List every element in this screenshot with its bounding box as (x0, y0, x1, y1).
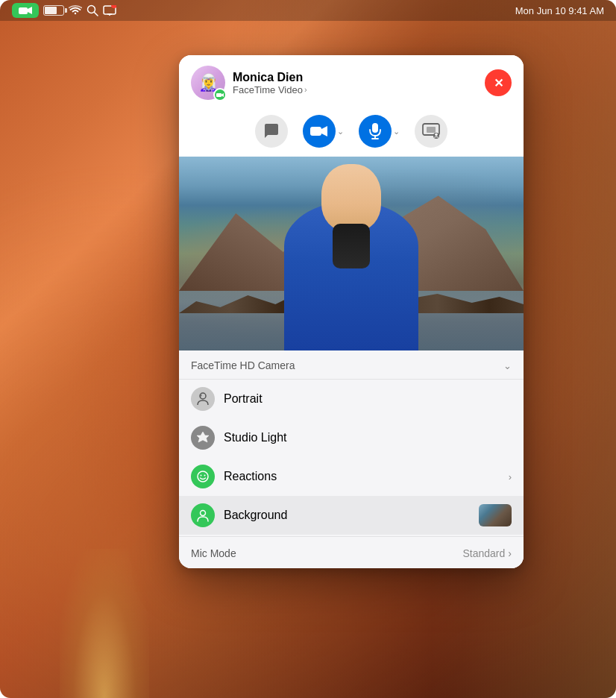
caller-type-chevron: › (304, 85, 307, 94)
display-icon[interactable] (103, 5, 116, 16)
svg-point-22 (201, 475, 202, 477)
reactions-icon (191, 465, 215, 488)
caller-info: 🧝‍♀️ Monica Dien FaceTime Video › (191, 66, 307, 100)
close-button[interactable]: ✕ (485, 69, 512, 96)
reactions-chevron-icon: › (509, 471, 512, 482)
mic-mode-label: Mic Mode (191, 547, 236, 559)
svg-marker-11 (321, 126, 327, 136)
caller-type[interactable]: FaceTime Video › (233, 84, 307, 95)
search-icon[interactable] (87, 4, 98, 16)
mic-button-group[interactable]: ⌄ (359, 115, 400, 148)
facetime-window: 🧝‍♀️ Monica Dien FaceTime Video › ✕ (179, 55, 524, 568)
camera-chevron-icon: ⌄ (503, 360, 512, 371)
background-thumbnail (479, 504, 512, 526)
menubar: Mon Jun 10 9:41 AM (0, 0, 616, 21)
menubar-datetime: Mon Jun 10 9:41 AM (515, 5, 604, 16)
video-preview (179, 157, 524, 350)
background-menu-item[interactable]: Background (179, 496, 524, 535)
mic-mode-value-area: Standard › (463, 547, 512, 559)
video-chevron-icon[interactable]: ⌄ (337, 127, 344, 136)
svg-rect-10 (310, 127, 321, 136)
camera-name: FaceTime HD Camera (191, 359, 295, 371)
background-label: Background (224, 509, 470, 522)
camera-dropdown-menu: FaceTime HD Camera ⌄ f Portrait Studio L… (179, 350, 524, 568)
camera-header[interactable]: FaceTime HD Camera ⌄ (179, 350, 524, 380)
portrait-icon: f (191, 387, 215, 411)
screen-share-icon-circle (415, 115, 447, 148)
mic-button[interactable] (359, 115, 392, 148)
person-body (284, 201, 418, 350)
background-icon (191, 503, 215, 527)
battery-fill (45, 7, 57, 14)
mic-mode-value: Standard (463, 547, 506, 559)
mic-mode-row[interactable]: Mic Mode Standard › (179, 538, 524, 568)
portrait-menu-item[interactable]: f Portrait (179, 380, 524, 418)
video-button[interactable] (303, 115, 336, 148)
studio-light-menu-item[interactable]: Studio Light (179, 418, 524, 457)
svg-point-21 (198, 471, 208, 482)
svg-marker-9 (221, 93, 224, 97)
person-figure (269, 179, 433, 350)
facetime-menubar-icon[interactable] (12, 3, 39, 18)
svg-point-7 (111, 5, 116, 8)
video-camera-icon (19, 6, 32, 15)
menubar-left (12, 3, 116, 18)
mic-chevron-icon[interactable]: ⌄ (393, 127, 400, 136)
portrait-label: Portrait (224, 392, 512, 406)
svg-marker-1 (28, 7, 32, 14)
chat-button[interactable] (255, 115, 288, 148)
svg-rect-8 (216, 93, 221, 97)
svg-rect-16 (427, 127, 436, 133)
caller-name: Monica Dien (233, 71, 307, 84)
studio-light-label: Studio Light (224, 431, 512, 444)
reactions-label: Reactions (224, 470, 500, 483)
desktop-lamp-glow (60, 549, 149, 698)
studio-light-icon (191, 426, 215, 450)
avatar-container: 🧝‍♀️ (191, 66, 225, 100)
svg-point-24 (201, 511, 206, 516)
person-head (321, 164, 381, 231)
svg-line-3 (95, 13, 98, 16)
facetime-header: 🧝‍♀️ Monica Dien FaceTime Video › ✕ (179, 55, 524, 109)
chat-icon-circle (255, 115, 288, 148)
facetime-active-badge (213, 88, 227, 101)
controls-bar: ⌄ ⌄ (179, 109, 524, 157)
screen-share-button[interactable] (415, 115, 447, 148)
svg-point-23 (204, 475, 206, 477)
svg-rect-0 (19, 7, 28, 14)
caller-text: Monica Dien FaceTime Video › (233, 71, 307, 95)
wifi-icon (69, 5, 82, 16)
svg-rect-12 (372, 123, 378, 133)
menu-divider (179, 536, 524, 537)
reactions-menu-item[interactable]: Reactions › (179, 457, 524, 496)
reactions-chevron-area: › (509, 471, 512, 482)
video-button-group[interactable]: ⌄ (303, 115, 344, 148)
mic-mode-chevron-icon: › (508, 547, 512, 559)
svg-point-18 (435, 133, 438, 136)
menubar-right: Mon Jun 10 9:41 AM (515, 5, 604, 16)
person-scarf (333, 224, 370, 268)
background-thumb-area (479, 504, 512, 526)
battery-icon (43, 5, 64, 16)
